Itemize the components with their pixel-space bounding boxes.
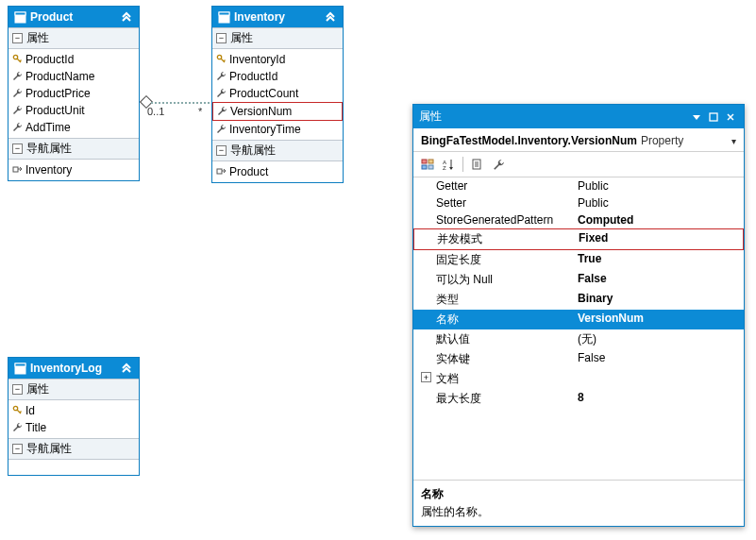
section-props[interactable]: − 属性 (8, 379, 139, 400)
section-props[interactable]: − 属性 (8, 27, 139, 49)
property-pages-icon[interactable] (469, 156, 486, 173)
property-row[interactable]: 名称VersionNum (413, 310, 744, 329)
prop-item[interactable]: ProductId (212, 68, 343, 85)
section-label: 属性 (230, 30, 253, 46)
wrench-icon (12, 105, 23, 115)
minus-icon[interactable]: − (12, 384, 23, 395)
entity-header[interactable]: Product (8, 7, 139, 27)
property-key: 默认值 (436, 331, 578, 347)
property-value[interactable]: 8 (578, 391, 738, 407)
minus-icon[interactable]: − (216, 33, 227, 43)
table-icon (14, 363, 26, 375)
key-icon (216, 54, 227, 64)
minus-icon[interactable]: − (12, 444, 23, 454)
section-label: 属性 (26, 30, 49, 46)
property-row[interactable]: +文档 (413, 369, 744, 389)
properties-grid: GetterPublicSetterPublicStoreGeneratedPa… (413, 177, 744, 480)
wrench-icon[interactable] (490, 156, 507, 173)
property-row[interactable]: 可以为 NullFalse (413, 270, 744, 290)
property-value[interactable]: (无) (578, 331, 738, 347)
minus-icon[interactable]: − (12, 143, 23, 154)
nav-item[interactable]: Product (212, 163, 343, 180)
svg-rect-9 (219, 12, 229, 15)
property-row[interactable]: 实体键False (413, 349, 744, 369)
multiplicity-left: 0..1 (147, 106, 164, 117)
chevron-down-icon[interactable]: ▾ (731, 136, 736, 146)
prop-list: ProductId ProductName ProductPrice Produ… (8, 49, 139, 138)
prop-item[interactable]: Title (8, 419, 139, 436)
prop-label: ProductCount (229, 87, 298, 100)
svg-rect-15 (217, 169, 222, 174)
property-value[interactable]: Public (578, 179, 738, 193)
prop-item[interactable]: ProductName (8, 68, 139, 85)
property-row[interactable]: 类型Binary (413, 290, 744, 310)
entity-inventory[interactable]: Inventory − 属性 InventoryId ProductId Pro… (211, 6, 344, 183)
property-value[interactable]: True (578, 252, 738, 268)
property-value[interactable]: False (578, 272, 738, 288)
maximize-icon[interactable] (706, 110, 721, 124)
svg-line-22 (20, 412, 22, 413)
property-key: 最大长度 (436, 391, 578, 407)
section-nav[interactable]: − 导航属性 (8, 138, 139, 160)
description-text: 属性的名称。 (421, 504, 736, 520)
property-key: StoreGeneratedPattern (436, 213, 578, 227)
property-value[interactable] (578, 371, 738, 387)
property-row[interactable]: 并发模式Fixed (413, 228, 744, 250)
property-value[interactable]: VersionNum (578, 312, 738, 328)
wrench-icon (216, 124, 227, 134)
prop-item[interactable]: AddTime (8, 119, 139, 136)
prop-item[interactable]: VersionNum (212, 102, 343, 121)
property-row[interactable]: 固定长度True (413, 250, 744, 270)
entity-header[interactable]: InventoryLog (8, 358, 139, 379)
nav-item[interactable]: Inventory (8, 161, 139, 178)
relation-connector[interactable] (151, 102, 210, 104)
prop-item[interactable]: Id (8, 402, 139, 419)
property-row[interactable]: GetterPublic (413, 177, 744, 194)
property-value[interactable]: False (578, 351, 738, 367)
table-icon (14, 11, 26, 24)
prop-label: ProductPrice (25, 87, 91, 100)
section-props[interactable]: − 属性 (212, 27, 343, 49)
minus-icon[interactable]: − (12, 33, 23, 43)
property-row[interactable]: 默认值(无) (413, 329, 744, 349)
property-row[interactable]: 最大长度8 (413, 389, 744, 409)
svg-text:Z: Z (443, 165, 446, 171)
property-value[interactable]: Binary (578, 292, 738, 308)
entity-header[interactable]: Inventory (212, 7, 343, 27)
property-value[interactable]: Fixed (579, 231, 737, 247)
sort-az-icon[interactable]: AZ (440, 156, 457, 173)
prop-item[interactable]: ProductPrice (8, 85, 139, 102)
close-icon[interactable] (723, 110, 738, 124)
wrench-icon (12, 422, 23, 432)
panel-titlebar[interactable]: 属性 (413, 105, 744, 128)
chevrons-up-icon[interactable] (120, 362, 133, 375)
dropdown-icon[interactable] (689, 110, 704, 124)
categorize-icon[interactable] (419, 156, 436, 173)
property-key: Getter (436, 179, 578, 193)
panel-subheader[interactable]: BingFaTestModel.Inventory.VersionNum Pro… (413, 128, 744, 152)
section-nav[interactable]: − 导航属性 (212, 140, 343, 161)
entity-product[interactable]: Product − 属性 ProductId ProductName Produ… (8, 6, 140, 181)
property-row[interactable]: SetterPublic (413, 194, 744, 211)
prop-item[interactable]: ProductId (8, 51, 139, 68)
nav-label: Inventory (25, 163, 72, 177)
prop-item[interactable]: InventoryId (212, 51, 343, 68)
prop-item[interactable]: ProductCount (212, 85, 343, 102)
property-value[interactable]: Public (578, 196, 738, 210)
prop-item[interactable]: InventoryTime (212, 121, 343, 138)
multiplicity-right: * (198, 106, 202, 117)
nav-list: Inventory (8, 160, 139, 180)
prop-label: InventoryTime (229, 123, 301, 136)
plus-icon[interactable]: + (421, 372, 431, 382)
section-nav[interactable]: − 导航属性 (8, 438, 139, 460)
chevrons-up-icon[interactable] (120, 10, 133, 24)
property-key: 固定长度 (436, 252, 578, 268)
property-key: Setter (436, 196, 578, 210)
property-row[interactable]: StoreGeneratedPatternComputed (413, 211, 744, 228)
entity-inventory-log[interactable]: InventoryLog − 属性 Id Title − 导航属性 (8, 357, 140, 476)
prop-list: InventoryId ProductId ProductCount Versi… (212, 49, 343, 140)
chevrons-up-icon[interactable] (324, 10, 337, 24)
property-value[interactable]: Computed (578, 213, 738, 227)
minus-icon[interactable]: − (216, 145, 227, 156)
prop-item[interactable]: ProductUnit (8, 102, 139, 119)
